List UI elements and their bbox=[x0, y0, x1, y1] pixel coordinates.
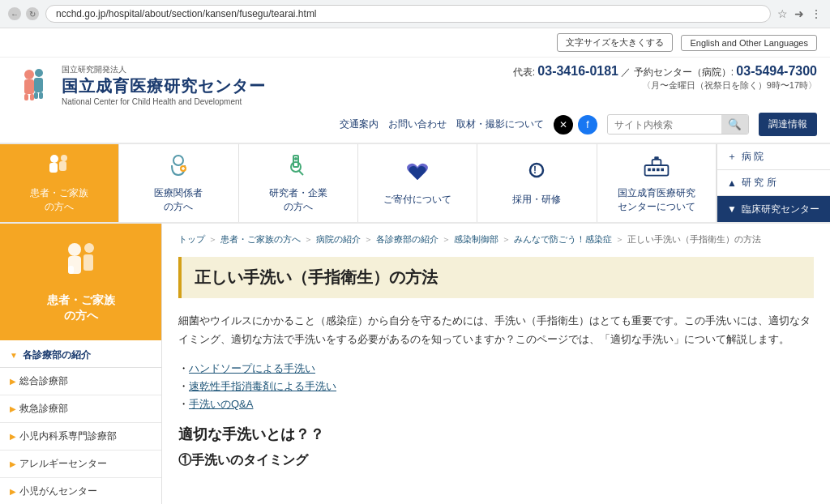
facebook-icon[interactable]: f bbox=[578, 115, 597, 135]
svg-rect-4 bbox=[24, 94, 28, 100]
browser-back-button[interactable]: ← bbox=[8, 7, 21, 20]
svg-point-9 bbox=[61, 155, 67, 161]
nav-item-research[interactable]: 研究者・企業の方へ bbox=[239, 144, 358, 222]
search-row: 交通案内 お問い合わせ 取材・撮影について ✕ f 🔍 調達情報 bbox=[0, 109, 830, 143]
sidebar-item-arrow-icon-2: ▶ bbox=[10, 404, 16, 413]
svg-point-31 bbox=[84, 243, 94, 253]
triangle-down-icon: ▼ bbox=[727, 203, 737, 215]
access-link[interactable]: 交通案内 bbox=[340, 117, 379, 131]
svg-rect-28 bbox=[654, 156, 658, 160]
header: 国立研究開発法人 国立成育医療研究センター National Center fo… bbox=[0, 58, 830, 109]
address-bar[interactable]: ncchd.go.jp/hospital/about/section/kanse… bbox=[45, 5, 771, 23]
right-nav-clinical-research[interactable]: ▼ 臨床研究センター bbox=[717, 196, 830, 221]
sidebar-item-emergency[interactable]: ▶ 救急診療部 bbox=[0, 395, 161, 423]
social-icons: ✕ f bbox=[554, 115, 597, 135]
svg-rect-5 bbox=[30, 94, 34, 100]
svg-rect-32 bbox=[83, 254, 93, 271]
font-size-button[interactable]: 文字サイズを大きくする bbox=[557, 33, 673, 52]
main-navigation: 患者・ご家族の方へ 医療関係者の方へ bbox=[0, 143, 830, 224]
section-heading-1: 適切な手洗いとは？？ bbox=[178, 425, 814, 444]
svg-rect-6 bbox=[34, 92, 38, 99]
donation-icon bbox=[403, 159, 432, 190]
sidebar-item-general[interactable]: ▶ 総合診療部 bbox=[0, 368, 161, 395]
media-link[interactable]: 取材・撮影について bbox=[456, 117, 544, 131]
search-button[interactable]: 🔍 bbox=[721, 115, 748, 134]
triangle-up-icon: ▲ bbox=[727, 177, 737, 189]
nav-item-medical[interactable]: 医療関係者の方へ bbox=[119, 144, 238, 222]
nav-item-recruitment[interactable]: ! 採用・研修 bbox=[477, 144, 597, 222]
recruitment-icon: ! bbox=[522, 159, 551, 190]
breadcrumb-prevention[interactable]: みんなで防ごう！感染症 bbox=[514, 233, 612, 246]
section-heading-2: ①手洗いのタイミング bbox=[178, 452, 814, 469]
browser-icons: ☆ ➜ ⋮ bbox=[777, 7, 822, 20]
org-main-label: 国立成育医療研究センター bbox=[62, 75, 266, 97]
svg-rect-25 bbox=[657, 169, 660, 172]
reservation-number: 03-5494-7300 bbox=[736, 64, 817, 78]
svg-text:!: ! bbox=[533, 164, 537, 176]
svg-point-12 bbox=[173, 156, 183, 165]
svg-point-8 bbox=[50, 155, 58, 163]
svg-rect-33 bbox=[68, 266, 74, 274]
qa-link[interactable]: 手洗いのQ&A bbox=[189, 398, 253, 410]
breadcrumb-hospital[interactable]: 病院の紹介 bbox=[316, 233, 361, 246]
main-nav-left: 患者・ご家族の方へ 医療関係者の方へ bbox=[0, 144, 717, 222]
browser-nav-controls: ← ↻ bbox=[8, 7, 39, 20]
nav-item-patients-text: 患者・ご家族の方へ bbox=[30, 186, 88, 214]
language-button[interactable]: English and Other Languages bbox=[681, 35, 817, 51]
about-icon bbox=[642, 152, 671, 183]
link-list-item-1: ・ハンドソープによる手洗い bbox=[178, 361, 814, 376]
hours-label: 〈月〜金曜日（祝祭日を除く）9時〜17時〉 bbox=[513, 79, 817, 92]
breadcrumb-top[interactable]: トップ bbox=[178, 233, 205, 246]
nav-item-about[interactable]: 国立成育医療研究センターについて bbox=[597, 144, 717, 222]
article-body: 細菌やウイルスにかかること（感染症）から自分を守るためには、手洗い（手指衛生）は… bbox=[178, 311, 814, 349]
nav-item-research-text: 研究者・企業の方へ bbox=[269, 186, 327, 214]
sidebar-section-title: ▼ 各診療部の紹介 bbox=[0, 340, 161, 368]
svg-point-1 bbox=[35, 69, 43, 77]
svg-rect-24 bbox=[652, 169, 655, 172]
search-input[interactable] bbox=[608, 116, 721, 134]
breadcrumb-infection-control[interactable]: 感染制御部 bbox=[454, 233, 498, 246]
phone-label: 代表: bbox=[513, 66, 535, 78]
sidebar-item-allergy[interactable]: ▶ アレルギーセンター bbox=[0, 451, 161, 478]
right-nav-hospital-text: 病 院 bbox=[742, 150, 764, 164]
right-nav-research-institute[interactable]: ▲ 研 究 所 bbox=[717, 170, 830, 196]
nav-item-about-text: 国立成育医療研究センターについて bbox=[618, 186, 695, 214]
logo-icon bbox=[13, 65, 53, 105]
menu-icon[interactable]: ⋮ bbox=[811, 7, 822, 20]
browser-chrome: ← ↻ ncchd.go.jp/hospital/about/section/k… bbox=[0, 0, 830, 28]
research-icon bbox=[284, 152, 313, 183]
org-small-label: 国立研究開発法人 bbox=[62, 64, 266, 75]
search-box: 🔍 bbox=[607, 114, 749, 135]
sidebar-hero-icon bbox=[57, 240, 105, 288]
extension-icon[interactable]: ➜ bbox=[794, 7, 804, 20]
twitter-icon[interactable]: ✕ bbox=[554, 115, 573, 135]
link-list-item-2: ・速乾性手指消毒剤による手洗い bbox=[178, 379, 814, 394]
sidebar-item-arrow-icon: ▶ bbox=[10, 377, 16, 386]
org-english-label: National Center for Child Health and Dev… bbox=[62, 97, 266, 106]
sidebar-item-arrow-icon-3: ▶ bbox=[10, 432, 16, 441]
handsoap-link[interactable]: ハンドソープによる手洗い bbox=[189, 362, 315, 374]
right-nav-hospital[interactable]: ＋ 病 院 bbox=[717, 144, 830, 170]
inquiry-link[interactable]: お問い合わせ bbox=[388, 117, 447, 131]
breadcrumb: トップ ＞ 患者・ご家族の方へ ＞ 病院の紹介 ＞ 各診療部の紹介 ＞ 感染制御… bbox=[178, 233, 814, 246]
svg-rect-2 bbox=[24, 79, 34, 94]
breadcrumb-departments[interactable]: 各診療部の紹介 bbox=[376, 233, 439, 246]
sidebar-item-cancer[interactable]: ▶ 小児がんセンター bbox=[0, 478, 161, 504]
sidebar-hero-text: 患者・ご家族 の方へ bbox=[47, 293, 115, 324]
plus-icon: ＋ bbox=[727, 150, 737, 164]
nav-item-donation[interactable]: ご寄付について bbox=[358, 144, 477, 222]
browser-refresh-button[interactable]: ↻ bbox=[26, 7, 39, 20]
info-button[interactable]: 調達情報 bbox=[759, 113, 817, 136]
breadcrumb-patients[interactable]: 患者・ご家族の方へ bbox=[220, 233, 301, 246]
nav-item-donation-text: ご寄付について bbox=[383, 193, 451, 207]
nav-item-patients[interactable]: 患者・ご家族の方へ bbox=[0, 144, 119, 222]
svg-rect-26 bbox=[661, 169, 664, 172]
svg-rect-10 bbox=[49, 163, 58, 173]
article-title: 正しい手洗い（手指衛生）の方法 bbox=[195, 267, 801, 288]
svg-point-0 bbox=[24, 70, 34, 79]
sidebar-item-pediatric[interactable]: ▶ 小児内科系専門診療部 bbox=[0, 423, 161, 451]
star-icon[interactable]: ☆ bbox=[777, 7, 788, 20]
sidebar-item-arrow-icon-5: ▶ bbox=[10, 487, 16, 496]
sanitizer-link[interactable]: 速乾性手指消毒剤による手洗い bbox=[189, 380, 336, 392]
phone-line: 代表: 03-3416-0181 ／ 予約センター（病院）: 03-5494-7… bbox=[513, 64, 817, 79]
